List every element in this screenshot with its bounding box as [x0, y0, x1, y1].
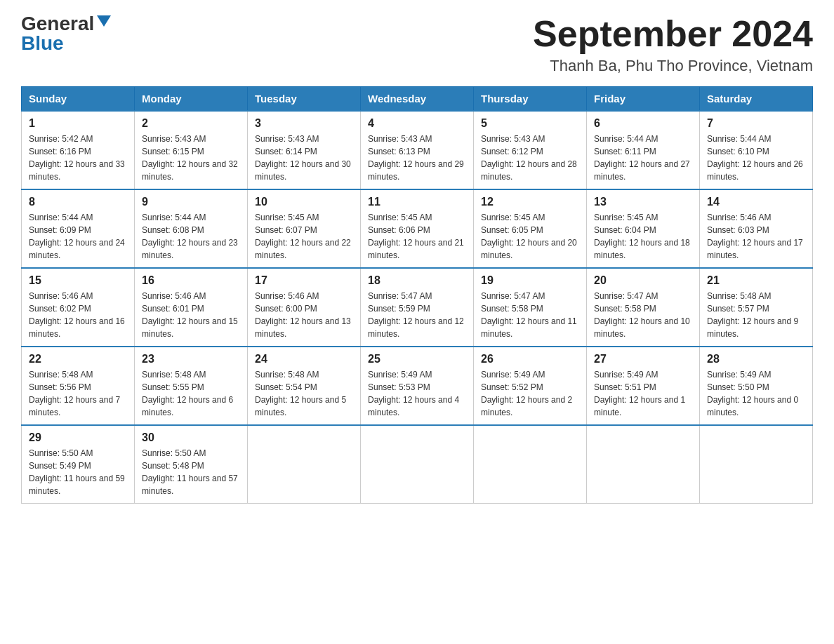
- day-number: 28: [707, 353, 805, 365]
- calendar-cell: 30Sunrise: 5:50 AMSunset: 5:48 PMDayligh…: [135, 425, 248, 504]
- day-info: Sunrise: 5:49 AMSunset: 5:52 PMDaylight:…: [481, 368, 579, 419]
- header-saturday: Saturday: [700, 87, 813, 112]
- day-number: 4: [368, 117, 466, 130]
- day-number: 30: [142, 431, 240, 444]
- day-number: 29: [29, 431, 127, 444]
- day-info: Sunrise: 5:43 AMSunset: 6:13 PMDaylight:…: [368, 133, 466, 183]
- day-info: Sunrise: 5:45 AMSunset: 6:07 PMDaylight:…: [255, 211, 353, 262]
- day-number: 1: [29, 117, 127, 130]
- week-row-5: 29Sunrise: 5:50 AMSunset: 5:49 PMDayligh…: [22, 425, 813, 504]
- calendar-cell: 5Sunrise: 5:43 AMSunset: 6:12 PMDaylight…: [474, 111, 587, 189]
- day-number: 24: [255, 353, 353, 365]
- calendar-cell: 25Sunrise: 5:49 AMSunset: 5:53 PMDayligh…: [361, 347, 474, 425]
- calendar-cell: 19Sunrise: 5:47 AMSunset: 5:58 PMDayligh…: [474, 268, 587, 347]
- page-header: General Blue September 2024 Thanh Ba, Ph…: [21, 14, 813, 75]
- day-info: Sunrise: 5:49 AMSunset: 5:53 PMDaylight:…: [368, 368, 466, 419]
- calendar-cell: 12Sunrise: 5:45 AMSunset: 6:05 PMDayligh…: [474, 189, 587, 268]
- day-number: 15: [29, 274, 127, 287]
- day-number: 9: [142, 196, 240, 208]
- day-number: 11: [368, 196, 466, 208]
- day-info: Sunrise: 5:50 AMSunset: 5:49 PMDaylight:…: [29, 447, 127, 497]
- day-number: 19: [481, 274, 579, 287]
- calendar-cell: 18Sunrise: 5:47 AMSunset: 5:59 PMDayligh…: [361, 268, 474, 347]
- header-tuesday: Tuesday: [248, 87, 361, 112]
- calendar-cell: 13Sunrise: 5:45 AMSunset: 6:04 PMDayligh…: [587, 189, 700, 268]
- header-wednesday: Wednesday: [361, 87, 474, 112]
- calendar-cell: 2Sunrise: 5:43 AMSunset: 6:15 PMDaylight…: [135, 111, 248, 189]
- day-info: Sunrise: 5:46 AMSunset: 6:03 PMDaylight:…: [707, 211, 805, 262]
- day-number: 18: [368, 274, 466, 287]
- calendar-cell: 10Sunrise: 5:45 AMSunset: 6:07 PMDayligh…: [248, 189, 361, 268]
- header-sunday: Sunday: [22, 87, 135, 112]
- day-info: Sunrise: 5:49 AMSunset: 5:50 PMDaylight:…: [707, 368, 805, 419]
- week-row-2: 8Sunrise: 5:44 AMSunset: 6:09 PMDaylight…: [22, 189, 813, 268]
- day-number: 27: [594, 353, 692, 365]
- calendar-cell: 15Sunrise: 5:46 AMSunset: 6:02 PMDayligh…: [22, 268, 135, 347]
- day-info: Sunrise: 5:43 AMSunset: 6:12 PMDaylight:…: [481, 133, 579, 183]
- day-number: 17: [255, 274, 353, 287]
- header-monday: Monday: [135, 87, 248, 112]
- calendar-cell: 8Sunrise: 5:44 AMSunset: 6:09 PMDaylight…: [22, 189, 135, 268]
- week-row-4: 22Sunrise: 5:48 AMSunset: 5:56 PMDayligh…: [22, 347, 813, 425]
- logo-triangle-icon: [97, 15, 111, 27]
- day-info: Sunrise: 5:47 AMSunset: 5:59 PMDaylight:…: [368, 290, 466, 340]
- month-title: September 2024: [533, 14, 813, 54]
- day-info: Sunrise: 5:42 AMSunset: 6:16 PMDaylight:…: [29, 133, 127, 183]
- calendar-cell: 24Sunrise: 5:48 AMSunset: 5:54 PMDayligh…: [248, 347, 361, 425]
- day-info: Sunrise: 5:48 AMSunset: 5:56 PMDaylight:…: [29, 368, 127, 419]
- day-info: Sunrise: 5:49 AMSunset: 5:51 PMDaylight:…: [594, 368, 692, 419]
- day-number: 6: [594, 117, 692, 130]
- day-info: Sunrise: 5:43 AMSunset: 6:14 PMDaylight:…: [255, 133, 353, 183]
- day-number: 22: [29, 353, 127, 365]
- calendar-cell: 11Sunrise: 5:45 AMSunset: 6:06 PMDayligh…: [361, 189, 474, 268]
- day-number: 8: [29, 196, 127, 208]
- calendar-cell: 1Sunrise: 5:42 AMSunset: 6:16 PMDaylight…: [22, 111, 135, 189]
- day-info: Sunrise: 5:45 AMSunset: 6:06 PMDaylight:…: [368, 211, 466, 262]
- calendar-cell: [361, 425, 474, 504]
- day-info: Sunrise: 5:44 AMSunset: 6:09 PMDaylight:…: [29, 211, 127, 262]
- calendar-header: SundayMondayTuesdayWednesdayThursdayFrid…: [22, 87, 813, 112]
- day-info: Sunrise: 5:44 AMSunset: 6:08 PMDaylight:…: [142, 211, 240, 262]
- calendar-cell: 14Sunrise: 5:46 AMSunset: 6:03 PMDayligh…: [700, 189, 813, 268]
- calendar-cell: [700, 425, 813, 504]
- day-info: Sunrise: 5:43 AMSunset: 6:15 PMDaylight:…: [142, 133, 240, 183]
- day-number: 21: [707, 274, 805, 287]
- day-info: Sunrise: 5:47 AMSunset: 5:58 PMDaylight:…: [481, 290, 579, 340]
- calendar-cell: 26Sunrise: 5:49 AMSunset: 5:52 PMDayligh…: [474, 347, 587, 425]
- day-number: 2: [142, 117, 240, 130]
- day-number: 25: [368, 353, 466, 365]
- day-info: Sunrise: 5:46 AMSunset: 6:02 PMDaylight:…: [29, 290, 127, 340]
- day-number: 23: [142, 353, 240, 365]
- day-number: 14: [707, 196, 805, 208]
- calendar-cell: 20Sunrise: 5:47 AMSunset: 5:58 PMDayligh…: [587, 268, 700, 347]
- logo-general-text: General: [21, 14, 94, 34]
- day-number: 26: [481, 353, 579, 365]
- location-title: Thanh Ba, Phu Tho Province, Vietnam: [533, 57, 813, 75]
- day-info: Sunrise: 5:50 AMSunset: 5:48 PMDaylight:…: [142, 447, 240, 497]
- calendar-cell: 29Sunrise: 5:50 AMSunset: 5:49 PMDayligh…: [22, 425, 135, 504]
- calendar-cell: 27Sunrise: 5:49 AMSunset: 5:51 PMDayligh…: [587, 347, 700, 425]
- day-info: Sunrise: 5:48 AMSunset: 5:54 PMDaylight:…: [255, 368, 353, 419]
- calendar-cell: 7Sunrise: 5:44 AMSunset: 6:10 PMDaylight…: [700, 111, 813, 189]
- day-info: Sunrise: 5:47 AMSunset: 5:58 PMDaylight:…: [594, 290, 692, 340]
- day-info: Sunrise: 5:45 AMSunset: 6:05 PMDaylight:…: [481, 211, 579, 262]
- day-number: 7: [707, 117, 805, 130]
- calendar-body: 1Sunrise: 5:42 AMSunset: 6:16 PMDaylight…: [22, 111, 813, 504]
- calendar-cell: 6Sunrise: 5:44 AMSunset: 6:11 PMDaylight…: [587, 111, 700, 189]
- day-info: Sunrise: 5:48 AMSunset: 5:55 PMDaylight:…: [142, 368, 240, 419]
- week-row-1: 1Sunrise: 5:42 AMSunset: 6:16 PMDaylight…: [22, 111, 813, 189]
- day-number: 5: [481, 117, 579, 130]
- header-thursday: Thursday: [474, 87, 587, 112]
- calendar-cell: 23Sunrise: 5:48 AMSunset: 5:55 PMDayligh…: [135, 347, 248, 425]
- calendar-cell: 21Sunrise: 5:48 AMSunset: 5:57 PMDayligh…: [700, 268, 813, 347]
- logo-blue-text: Blue: [21, 34, 64, 53]
- day-number: 12: [481, 196, 579, 208]
- day-info: Sunrise: 5:48 AMSunset: 5:57 PMDaylight:…: [707, 290, 805, 340]
- calendar-cell: 28Sunrise: 5:49 AMSunset: 5:50 PMDayligh…: [700, 347, 813, 425]
- calendar-table: SundayMondayTuesdayWednesdayThursdayFrid…: [21, 86, 813, 504]
- day-info: Sunrise: 5:45 AMSunset: 6:04 PMDaylight:…: [594, 211, 692, 262]
- day-info: Sunrise: 5:46 AMSunset: 6:00 PMDaylight:…: [255, 290, 353, 340]
- day-info: Sunrise: 5:46 AMSunset: 6:01 PMDaylight:…: [142, 290, 240, 340]
- day-number: 20: [594, 274, 692, 287]
- calendar-cell: 17Sunrise: 5:46 AMSunset: 6:00 PMDayligh…: [248, 268, 361, 347]
